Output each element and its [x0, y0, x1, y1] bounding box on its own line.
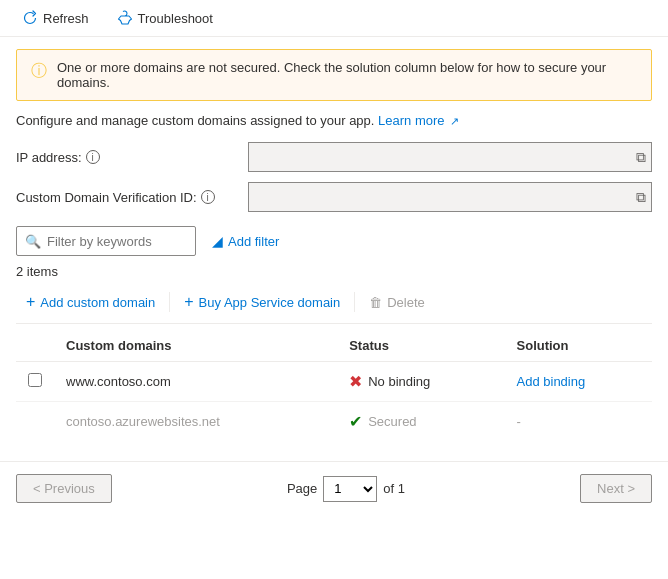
ip-address-label: IP address: i [16, 150, 236, 165]
add-custom-domain-button[interactable]: + Add custom domain [16, 289, 165, 315]
warning-message: One or more domains are not secured. Che… [57, 60, 637, 90]
previous-label: < Previous [33, 481, 95, 496]
status-text: No binding [368, 374, 430, 389]
custom-domain-id-field-row: Custom Domain Verification ID: i ⧉ [16, 182, 652, 212]
of-text: of 1 [383, 481, 405, 496]
warning-icon: ⓘ [31, 61, 47, 82]
add-custom-domain-icon: + [26, 293, 35, 311]
refresh-icon [22, 10, 38, 26]
item-count: 2 items [16, 264, 652, 279]
buy-app-service-domain-label: Buy App Service domain [199, 295, 341, 310]
troubleshoot-button[interactable]: Troubleshoot [111, 6, 219, 30]
row-domain: contoso.azurewebsites.net [54, 402, 337, 442]
delete-icon: 🗑 [369, 295, 382, 310]
action-divider-1 [169, 292, 170, 312]
action-bar: + Add custom domain + Buy App Service do… [16, 289, 652, 324]
filter-input[interactable] [47, 234, 187, 249]
copy-icon-2: ⧉ [636, 189, 646, 205]
status-error-icon: ✖ [349, 372, 362, 391]
add-custom-domain-label: Add custom domain [40, 295, 155, 310]
delete-button[interactable]: 🗑 Delete [359, 291, 435, 314]
row-solution[interactable]: Add binding [505, 362, 652, 402]
table-header-status: Status [337, 330, 504, 362]
page-select[interactable]: 1 [323, 476, 377, 502]
ip-address-field-row: IP address: i ⧉ [16, 142, 652, 172]
refresh-button[interactable]: Refresh [16, 6, 95, 30]
row-checkbox-cell [16, 362, 54, 402]
pagination: < Previous Page 1 of 1 Next > [0, 461, 668, 515]
description-row: Configure and manage custom domains assi… [16, 113, 652, 128]
previous-button[interactable]: < Previous [16, 474, 112, 503]
troubleshoot-label: Troubleshoot [138, 11, 213, 26]
table-header-checkbox-cell [16, 330, 54, 362]
ip-address-copy-button[interactable]: ⧉ [634, 147, 648, 168]
main-content: Configure and manage custom domains assi… [0, 113, 668, 441]
filter-input-wrap: 🔍 [16, 226, 196, 256]
filter-bar: 🔍 ◢ Add filter [16, 226, 652, 256]
custom-domain-id-input[interactable] [248, 182, 652, 212]
page-text: Page [287, 481, 317, 496]
warning-banner: ⓘ One or more domains are not secured. C… [16, 49, 652, 101]
refresh-label: Refresh [43, 11, 89, 26]
external-link-icon: ↗ [450, 115, 459, 127]
solution-link[interactable]: Add binding [517, 374, 586, 389]
page-info: Page 1 of 1 [287, 476, 405, 502]
learn-more-link[interactable]: Learn more ↗ [378, 113, 459, 128]
ip-address-info-icon[interactable]: i [86, 150, 100, 164]
filter-funnel-icon: ◢ [212, 233, 223, 249]
table-row: contoso.azurewebsites.net✔Secured- [16, 402, 652, 442]
row-checkbox[interactable] [28, 373, 42, 387]
table-header-solution: Solution [505, 330, 652, 362]
buy-app-service-domain-button[interactable]: + Buy App Service domain [174, 289, 350, 315]
custom-domain-id-info-icon[interactable]: i [201, 190, 215, 204]
buy-app-service-domain-icon: + [184, 293, 193, 311]
status-success-icon: ✔ [349, 412, 362, 431]
description-text: Configure and manage custom domains assi… [16, 113, 374, 128]
row-solution: - [505, 402, 652, 442]
table-header-row: Custom domains Status Solution [16, 330, 652, 362]
domains-table: Custom domains Status Solution www.conto… [16, 330, 652, 441]
custom-domain-id-input-wrap: ⧉ [248, 182, 652, 212]
row-checkbox-cell [16, 402, 54, 442]
next-button[interactable]: Next > [580, 474, 652, 503]
custom-domain-id-copy-button[interactable]: ⧉ [634, 187, 648, 208]
ip-address-input-wrap: ⧉ [248, 142, 652, 172]
row-status: ✖No binding [337, 362, 504, 402]
filter-search-icon: 🔍 [25, 234, 41, 249]
custom-domain-id-label: Custom Domain Verification ID: i [16, 190, 236, 205]
ip-address-input[interactable] [248, 142, 652, 172]
add-filter-label: Add filter [228, 234, 279, 249]
add-filter-button[interactable]: ◢ Add filter [204, 229, 287, 253]
action-divider-2 [354, 292, 355, 312]
next-label: Next > [597, 481, 635, 496]
table-header-custom-domains: Custom domains [54, 330, 337, 362]
row-domain: www.contoso.com [54, 362, 337, 402]
toolbar: Refresh Troubleshoot [0, 0, 668, 37]
troubleshoot-icon [117, 10, 133, 26]
table-row: www.contoso.com✖No bindingAdd binding [16, 362, 652, 402]
copy-icon: ⧉ [636, 149, 646, 165]
row-status: ✔Secured [337, 402, 504, 442]
delete-label: Delete [387, 295, 425, 310]
status-text: Secured [368, 414, 416, 429]
